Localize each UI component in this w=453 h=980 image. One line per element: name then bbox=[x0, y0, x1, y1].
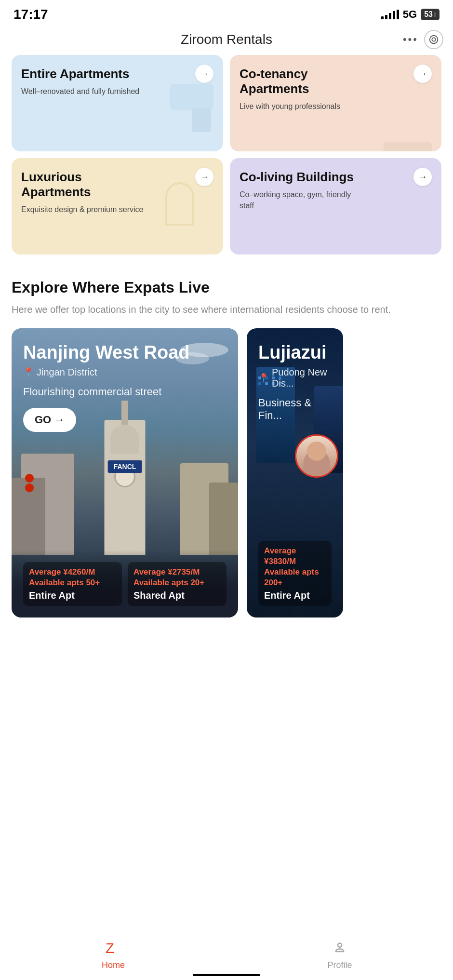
category-title-coliving: Co-living Buildings bbox=[240, 170, 355, 185]
go-button-nanjing[interactable]: GO → bbox=[23, 408, 76, 432]
price-blocks-nanjing: Average ¥4260/M Available apts 50+ Entir… bbox=[23, 562, 226, 606]
location-cards-scroll: FANCL Nanjing West Road 📍 Jingan Distric… bbox=[12, 328, 441, 618]
price-block-entire: Average ¥4260/M Available apts 50+ Entir… bbox=[23, 562, 122, 606]
location-card-nanjing-content: Nanjing West Road 📍 Jingan District Flou… bbox=[12, 328, 238, 618]
nav-label-home: Home bbox=[102, 960, 125, 970]
app-header: Ziroom Rentals ••• bbox=[0, 27, 453, 55]
location-district-nanjing: 📍 Jingan District bbox=[23, 367, 226, 378]
nav-item-profile[interactable]: Profile bbox=[226, 938, 453, 970]
category-card-luxurious[interactable]: → Luxurious Apartments Exquisite design … bbox=[12, 158, 223, 255]
location-card-nanjing[interactable]: FANCL Nanjing West Road 📍 Jingan Distric… bbox=[12, 328, 238, 618]
price-block-lujiazui-entire: Average ¥3830/M Available apts 200+ Enti… bbox=[258, 541, 332, 606]
pin-icon-lujiazui: 📍 bbox=[258, 373, 269, 383]
price-block-shared: Average ¥2735/M Available apts 20+ Share… bbox=[128, 562, 226, 606]
battery-level: 53 bbox=[424, 10, 433, 19]
svg-point-0 bbox=[432, 38, 435, 41]
price-avg-shared: Average ¥2735/M bbox=[133, 567, 221, 577]
header-actions: ••• bbox=[403, 30, 443, 49]
home-icon: Z bbox=[104, 938, 123, 957]
status-time: 17:17 bbox=[13, 7, 48, 22]
location-desc-nanjing: Flourishing commercial street bbox=[23, 386, 226, 398]
category-arrow-entire: → bbox=[195, 65, 213, 83]
network-label: 5G bbox=[403, 8, 417, 21]
category-card-co-tenancy[interactable]: → Co-tenancy Apartments Live with young … bbox=[230, 55, 441, 151]
category-title-luxurious: Luxurious Apartments bbox=[21, 170, 136, 200]
category-card-entire-apartments[interactable]: → Entire Apartments Well–renovated and f… bbox=[12, 55, 223, 151]
location-card-lujiazui-content: Lujiazui 📍 Pudong New Dis... Business & … bbox=[247, 328, 343, 618]
battery-tip bbox=[434, 12, 436, 17]
location-desc-lujiazui: Business & Fin... bbox=[258, 397, 332, 422]
more-menu-button[interactable]: ••• bbox=[403, 33, 418, 46]
explore-section: Explore Where Expats Live Here we offer … bbox=[0, 264, 453, 627]
profile-svg bbox=[332, 940, 347, 955]
price-avail-entire: Available apts 50+ bbox=[29, 577, 116, 588]
category-desc-coliving: Co–working space, gym, friendly staff bbox=[240, 189, 364, 211]
category-arrow-cotenancy: → bbox=[413, 65, 432, 83]
location-card-lujiazui[interactable]: Lujiazui 📍 Pudong New Dis... Business & … bbox=[247, 328, 343, 618]
pin-icon-nanjing: 📍 bbox=[23, 367, 34, 377]
price-avail-shared: Available apts 20+ bbox=[133, 577, 221, 588]
bottom-nav: Z Home Profile bbox=[0, 932, 453, 980]
category-card-co-living[interactable]: → Co-living Buildings Co–working space, … bbox=[230, 158, 441, 255]
category-desc-entire: Well–renovated and fully furnished bbox=[21, 86, 146, 97]
price-blocks-lujiazui: Average ¥3830/M Available apts 200+ Enti… bbox=[258, 541, 332, 606]
price-type-entire: Entire Apt bbox=[29, 590, 116, 601]
status-right: 5G 53 bbox=[381, 8, 440, 21]
fancl-sign: FANCL bbox=[108, 460, 142, 473]
price-avg-entire: Average ¥4260/M bbox=[29, 567, 116, 577]
signal-icon bbox=[381, 10, 399, 19]
location-name-nanjing: Nanjing West Road bbox=[23, 343, 226, 363]
home-svg: Z bbox=[106, 940, 121, 955]
svg-point-1 bbox=[430, 36, 438, 44]
price-type-lujiazui: Entire Apt bbox=[264, 590, 326, 601]
location-name-lujiazui: Lujiazui bbox=[258, 343, 332, 363]
svg-text:Z: Z bbox=[106, 940, 114, 955]
explore-title: Explore Where Expats Live bbox=[12, 279, 441, 296]
price-avail-lujiazui: Available apts 200+ bbox=[264, 567, 326, 588]
nav-label-profile: Profile bbox=[327, 960, 352, 970]
profile-icon bbox=[330, 938, 349, 957]
category-desc-cotenancy: Live with young professionals bbox=[240, 101, 364, 112]
category-arrow-luxurious: → bbox=[195, 168, 213, 186]
category-arrow-coliving: → bbox=[413, 168, 432, 186]
app-title: Ziroom Rentals bbox=[181, 32, 272, 47]
camera-icon bbox=[428, 34, 439, 45]
battery-indicator: 53 bbox=[421, 9, 440, 20]
status-bar: 17:17 5G 53 bbox=[0, 0, 453, 27]
category-title-cotenancy: Co-tenancy Apartments bbox=[240, 67, 355, 96]
explore-subtitle: Here we offer top locations in the city … bbox=[12, 302, 441, 317]
location-district-lujiazui: 📍 Pudong New Dis... bbox=[258, 367, 332, 389]
category-desc-luxurious: Exquisite design & premium service bbox=[21, 204, 146, 215]
price-type-shared: Shared Apt bbox=[133, 590, 221, 601]
price-avg-lujiazui: Average ¥3830/M bbox=[264, 546, 326, 567]
svg-point-3 bbox=[338, 943, 342, 947]
nav-item-home[interactable]: Z Home bbox=[0, 938, 226, 970]
category-title-entire: Entire Apartments bbox=[21, 67, 136, 81]
category-grid: → Entire Apartments Well–renovated and f… bbox=[0, 55, 453, 264]
camera-button[interactable] bbox=[424, 30, 443, 49]
